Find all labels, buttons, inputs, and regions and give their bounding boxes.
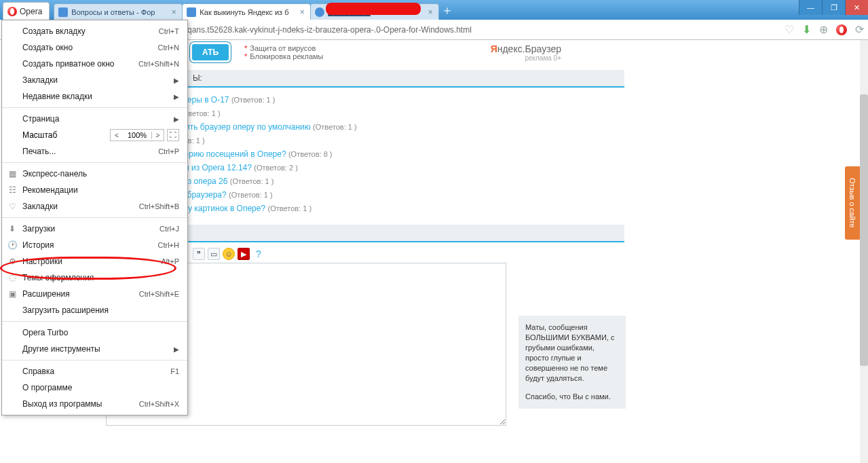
feedback-tab[interactable]: Отзыв о сайте	[845, 166, 860, 240]
newspaper-icon: ☷	[7, 185, 17, 195]
bookmark-heart-icon[interactable]: ♡	[785, 23, 794, 36]
redaction-mark	[326, 3, 421, 15]
close-icon[interactable]: ×	[170, 8, 178, 16]
scrollbar-thumb[interactable]	[860, 94, 868, 366]
fullscreen-button[interactable]: ⛶	[167, 129, 179, 141]
close-window-button[interactable]: ✕	[845, 0, 868, 15]
yandex-brand: Яндекс.Браузер реклама 0+	[491, 43, 561, 62]
close-icon[interactable]: ×	[426, 8, 434, 16]
address-input[interactable]	[187, 22, 778, 37]
gear-icon: ⚙	[7, 257, 17, 266]
link-item[interactable]: авить браузер оперу по умолчанию	[176, 122, 311, 132]
vertical-scrollbar[interactable]	[860, 40, 868, 463]
zoom-label: Масштаб	[22, 130, 57, 140]
menu-bookmarks-2[interactable]: ♡ЗакладкиCtrl+Shift+B	[2, 198, 187, 215]
menu-help[interactable]: СправкаF1	[2, 363, 187, 379]
menu-recommendations[interactable]: ☷Рекомендации	[2, 182, 187, 198]
zoom-out-button[interactable]: <	[111, 132, 123, 139]
globe-icon	[58, 7, 68, 17]
menu-new-private[interactable]: Создать приватное окноCtrl+Shift+N	[2, 56, 187, 72]
zoom-in-button[interactable]: >	[151, 132, 164, 139]
ad-button[interactable]: АТЬ	[190, 42, 231, 62]
minimize-button[interactable]: —	[799, 0, 822, 15]
droplet-icon: ◌	[7, 273, 17, 282]
menu-new-tab[interactable]: Создать вкладкуCtrl+T	[2, 23, 187, 39]
opera-main-menu: Создать вкладкуCtrl+T Создать окноCtrl+N…	[1, 20, 188, 415]
heart-icon: ♡	[7, 202, 17, 211]
page-content: АТЬ *Защита от вирусов *Блокировка рекла…	[102, 40, 860, 463]
menu-other-tools[interactable]: Другие инструменты▶	[2, 341, 187, 357]
link-item[interactable]: узку картинок в Опере?	[176, 204, 265, 213]
menu-extensions[interactable]: ▣РасширенияCtrl+Shift+E	[2, 286, 187, 302]
menu-about[interactable]: О программе	[2, 379, 187, 396]
notice-box: Маты, сообщения БОЛЬШИМИ БУКВАМИ, с груб…	[518, 316, 626, 409]
new-tab-button[interactable]: ＋	[441, 2, 453, 18]
menu-history[interactable]: 🕑ИсторияCtrl+H	[2, 237, 187, 253]
youtube-icon[interactable]: ▶	[238, 248, 250, 260]
tab-1[interactable]: Как выкинуть Яндекс из б ×	[182, 3, 311, 20]
opera-menu-label: Opera	[20, 7, 42, 16]
close-icon[interactable]: ×	[298, 8, 306, 16]
quote-icon[interactable]: ❞	[193, 248, 205, 260]
menu-exit[interactable]: Выход из программыCtrl+Shift+X	[2, 396, 187, 412]
opera-menu-button[interactable]: Opera	[3, 2, 50, 20]
zoom-value: 100%	[123, 131, 151, 139]
opera-badge-icon[interactable]	[836, 24, 847, 35]
menu-page[interactable]: Страница▶	[2, 111, 187, 127]
menu-themes[interactable]: ◌Темы оформления	[2, 270, 187, 286]
menu-recent-tabs[interactable]: Недавние вкладки▶	[2, 88, 187, 105]
ad-row: АТЬ *Защита от вирусов *Блокировка рекла…	[102, 40, 860, 64]
download-icon[interactable]: ⬇	[802, 23, 811, 36]
address-actions: ♡ ⬇ ⊕ ⟳	[785, 23, 864, 36]
image-icon[interactable]: ▭	[208, 248, 220, 260]
globe-icon	[187, 7, 196, 17]
download-icon: ⬇	[7, 224, 17, 234]
menu-settings[interactable]: ⚙НастройкиAlt+P	[2, 253, 187, 270]
link-item[interactable]: сторию посещений в Опере?	[176, 149, 286, 159]
question-links: Оперы в O-17 (Ответов: 1 ) (Ответов: 1 )…	[176, 93, 860, 215]
sync-icon[interactable]: ⟳	[855, 23, 864, 36]
ad-text: *Защита от вирусов *Блокировка рекламы	[244, 44, 323, 60]
globe-icon	[315, 7, 324, 17]
globe-proxy-icon[interactable]: ⊕	[819, 23, 828, 36]
menu-bookmarks[interactable]: Закладки▶	[2, 72, 187, 88]
menu-print[interactable]: Печать...Ctrl+P	[2, 143, 187, 160]
menu-get-extensions[interactable]: Загрузить расширения	[2, 302, 187, 318]
help-icon[interactable]: ?	[252, 248, 265, 260]
editor-toolbar: ❞ ▭ ☺ ▶ ?	[193, 248, 860, 260]
opera-logo-icon	[7, 7, 17, 16]
menu-opera-turbo[interactable]: Opera Turbo	[2, 325, 187, 341]
tab-title: Вопросы и ответы - Фор	[71, 8, 166, 16]
clock-icon: 🕑	[7, 240, 17, 250]
window-controls: — ❐ ✕	[799, 0, 868, 20]
grid-icon: ▦	[7, 169, 17, 179]
menu-new-window[interactable]: Создать окноCtrl+N	[2, 39, 187, 56]
menu-zoom: Масштаб < 100% > ⛶	[2, 127, 187, 143]
puzzle-icon: ▣	[7, 289, 17, 299]
maximize-button[interactable]: ❐	[822, 0, 845, 15]
smile-icon[interactable]: ☺	[223, 248, 235, 260]
tab-title: Как выкинуть Яндекс из б	[200, 8, 295, 16]
titlebar: Opera Вопросы и ответы - Фор × Как выкин…	[0, 0, 868, 20]
menu-speed-dial[interactable]: ▦Экспресс-панель	[2, 166, 187, 182]
tab-0[interactable]: Вопросы и ответы - Фор ×	[54, 3, 183, 20]
menu-downloads[interactable]: ⬇ЗагрузкиCtrl+J	[2, 221, 187, 237]
